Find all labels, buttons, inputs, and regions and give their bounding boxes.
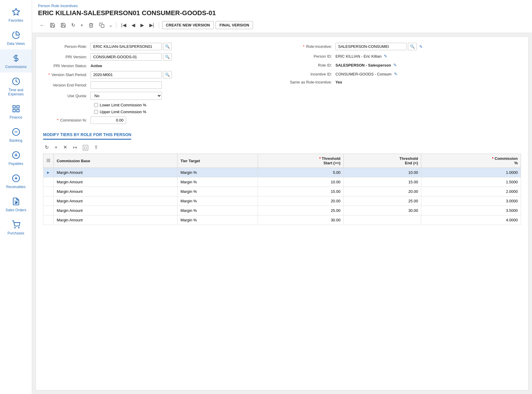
cell-tier_target: Margin % — [177, 196, 258, 206]
svg-rect-24 — [48, 160, 49, 160]
sidebar-item-label: Purchases — [7, 231, 24, 235]
table-row[interactable]: Margin AmountMargin %20.0025.003.0000 — [43, 196, 521, 206]
role-incentive-label: * Role-Incentive: — [288, 44, 335, 49]
sidebar-item-label: Banking — [10, 138, 22, 143]
copy-button[interactable] — [97, 21, 106, 29]
toolbar-separator2 — [159, 22, 159, 28]
pri-version-input[interactable] — [91, 53, 162, 61]
upper-limit-label: Upper Limit Commission % — [100, 110, 146, 114]
next-button[interactable]: ▶ — [139, 21, 146, 29]
use-quota-select[interactable]: No Yes — [91, 92, 162, 100]
version-end-period-input[interactable] — [91, 81, 162, 89]
role-incentive-input[interactable] — [335, 43, 407, 50]
create-new-version-button[interactable]: CREATE NEW VERSION — [162, 21, 214, 29]
svg-rect-3 — [13, 106, 15, 108]
incentive-id-value: CONSUMER-GOODS - Consum — [335, 72, 392, 76]
sidebar-item-favorites[interactable]: Favorites — [0, 3, 32, 26]
pri-version-row: PRI Version: 🔍 — [43, 53, 276, 61]
table-row[interactable]: Margin AmountMargin %15.0020.002.0000 — [43, 187, 521, 196]
last-button[interactable]: ▶| — [148, 21, 156, 29]
row-arrow-cell — [43, 177, 54, 187]
form-right-col: * Role-Incentive: 🔍 ✎ Person ID: ERIC KI… — [288, 43, 521, 127]
version-start-period-input[interactable] — [91, 71, 162, 78]
row-arrow-cell — [43, 187, 54, 196]
header: Person Role Incentives ERIC KILLIAN-SALE… — [32, 0, 532, 33]
sidebar-item-sales-orders[interactable]: Sales Orders — [0, 193, 32, 216]
table-row[interactable]: Margin AmountMargin %10.0015.001.5000 — [43, 177, 521, 187]
sidebar: Favorites Data Views Commissions Time an… — [0, 0, 32, 394]
undo-button[interactable]: ↻ — [69, 21, 77, 29]
cell-threshold_end: 25.00 — [343, 196, 421, 206]
same-as-role-incentive-row: Same as Role-Incentive: Yes — [288, 80, 521, 84]
cell-tier_target: Margin % — [177, 168, 258, 177]
svg-rect-19 — [101, 24, 104, 27]
lower-limit-label: Lower Limit Commission % — [100, 103, 146, 107]
cell-commission_base: Margin Amount — [54, 196, 178, 206]
person-role-input[interactable] — [91, 43, 162, 50]
sidebar-item-banking[interactable]: Banking — [0, 123, 32, 146]
toolbar-separator — [116, 22, 116, 28]
commission-pct-label: * Commission %: — [43, 118, 91, 122]
save2-button[interactable] — [59, 21, 68, 29]
edit-doc-icon — [11, 196, 21, 207]
th-commission-base: Commission Base — [54, 154, 178, 168]
person-role-label: Person-Role: — [43, 44, 91, 49]
sidebar-item-purchases[interactable]: Purchases — [0, 216, 32, 239]
sidebar-item-time-expenses[interactable]: Time and Expenses — [0, 73, 32, 100]
sidebar-item-data-views[interactable]: Data Views — [0, 26, 32, 49]
role-incentive-edit-button[interactable]: ✎ — [418, 44, 424, 50]
pri-version-status-row: PRI Version Status: Active — [43, 64, 276, 68]
banking-icon — [11, 127, 21, 137]
incentive-id-edit-button[interactable]: ✎ — [393, 71, 399, 77]
role-id-edit-button[interactable]: ✎ — [392, 62, 398, 68]
version-end-period-row: Version End Period: — [43, 81, 276, 89]
cell-threshold_end: 20.00 — [343, 187, 421, 196]
same-as-role-incentive-label: Same as Role-Incentive: — [288, 80, 335, 84]
upper-limit-checkbox[interactable] — [94, 110, 98, 114]
first-button[interactable]: |◀ — [119, 21, 128, 29]
svg-rect-23 — [47, 160, 48, 160]
cell-commission_pct: 4.0000 — [421, 215, 521, 225]
cell-threshold_end — [343, 215, 421, 225]
form-left-col: Person-Role: 🔍 PRI Version: 🔍 PRI Versio… — [43, 43, 276, 127]
table-row[interactable]: Margin AmountMargin %30.004.0000 — [43, 215, 521, 225]
prev-button[interactable]: ◀ — [130, 21, 137, 29]
form-area: Person-Role: 🔍 PRI Version: 🔍 PRI Versio… — [36, 37, 528, 390]
fit-columns-button[interactable]: ↦ — [71, 143, 79, 151]
tiers-section-title: MODIFY TIERS BY ROLE FOR THIS PERSON — [43, 132, 131, 140]
sidebar-item-finance[interactable]: Finance — [0, 100, 32, 123]
sidebar-item-commissions[interactable]: Commissions — [0, 49, 32, 73]
role-id-row: Role ID: SALESPERSON - Salesperson ✎ — [288, 62, 521, 68]
lower-limit-checkbox[interactable] — [94, 103, 98, 107]
th-commission-pct: * Commission% — [421, 154, 521, 168]
export-button[interactable]: ◻ — [81, 144, 90, 151]
pri-version-search-button[interactable]: 🔍 — [163, 53, 172, 61]
pri-version-status-label: PRI Version Status: — [43, 64, 91, 68]
pri-version-input-wrap: 🔍 — [91, 53, 172, 61]
sidebar-item-payables[interactable]: Payables — [0, 146, 32, 169]
delete-button[interactable] — [87, 21, 96, 29]
upload-button[interactable]: ⇧ — [92, 143, 100, 151]
sidebar-item-label: Time and Expenses — [2, 88, 29, 96]
th-threshold-end: ThresholdEnd (<) — [343, 154, 421, 168]
sidebar-item-receivables[interactable]: Receivables — [0, 169, 32, 193]
table-row[interactable]: Margin AmountMargin %25.0030.003.5000 — [43, 206, 521, 215]
person-id-edit-button[interactable]: ✎ — [383, 53, 389, 59]
table-delete-button[interactable]: ✕ — [61, 143, 69, 151]
back-button[interactable]: ← — [38, 21, 46, 29]
add-button[interactable]: + — [79, 21, 85, 29]
commission-pct-row: * Commission %: — [43, 116, 276, 124]
person-role-search-button[interactable]: 🔍 — [163, 43, 172, 50]
version-start-period-search-button[interactable]: 🔍 — [163, 71, 172, 78]
table-add-button[interactable]: + — [53, 144, 59, 151]
cell-commission_base: Margin Amount — [54, 177, 178, 187]
save-button[interactable] — [48, 21, 57, 29]
final-version-button[interactable]: FINAL VERSION — [216, 21, 253, 29]
table-row[interactable]: ►Margin AmountMargin %5.0010.001.0000 — [43, 168, 521, 177]
cell-tier_target: Margin % — [177, 206, 258, 215]
refresh-button[interactable]: ↻ — [43, 143, 50, 151]
svg-rect-22 — [49, 159, 50, 159]
role-incentive-search-button[interactable]: 🔍 — [408, 43, 417, 50]
person-id-row: Person ID: ERIC KILLIAN - Eric Killian ✎ — [288, 53, 521, 59]
commission-pct-input[interactable] — [91, 116, 126, 124]
